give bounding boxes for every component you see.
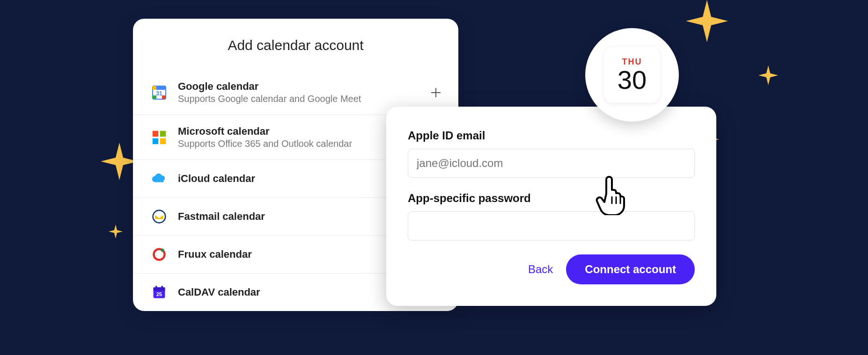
fastmail-icon xyxy=(151,208,168,225)
svg-rect-15 xyxy=(155,286,157,289)
svg-rect-6 xyxy=(153,130,158,136)
pointing-hand-cursor-icon xyxy=(593,173,631,217)
svg-rect-16 xyxy=(161,286,163,289)
google-calendar-icon: 31 xyxy=(151,84,168,101)
plus-icon[interactable] xyxy=(431,88,441,97)
svg-rect-2 xyxy=(162,95,166,99)
password-label: App-specific password xyxy=(408,192,695,205)
fruux-icon xyxy=(151,246,168,263)
sparkle-icon xyxy=(758,65,778,85)
provider-name: CalDAV calendar xyxy=(178,286,421,298)
connect-account-button[interactable]: Connect account xyxy=(566,254,695,284)
svg-text:25: 25 xyxy=(156,291,162,297)
calendar-day-number: 30 xyxy=(618,67,647,93)
app-specific-password-input[interactable] xyxy=(408,211,695,240)
icloud-icon xyxy=(151,170,168,187)
provider-subtitle: Supports Google calendar and Google Meet xyxy=(178,94,421,104)
svg-text:31: 31 xyxy=(156,90,162,97)
sparkle-icon xyxy=(109,225,123,239)
svg-point-10 xyxy=(153,210,166,223)
svg-rect-9 xyxy=(160,138,166,144)
provider-name: Google calendar xyxy=(178,80,421,93)
email-label: Apple ID email xyxy=(408,129,695,142)
microsoft-icon xyxy=(151,129,168,146)
panel-title: Add calendar account xyxy=(133,37,458,53)
svg-point-12 xyxy=(161,249,164,252)
caldav-icon: 25 xyxy=(151,284,168,301)
svg-rect-14 xyxy=(154,287,165,290)
calendar-card: THU 30 xyxy=(604,47,660,103)
back-button[interactable]: Back xyxy=(528,263,553,276)
sparkle-icon xyxy=(101,143,138,180)
svg-rect-7 xyxy=(160,130,166,136)
sparkle-icon xyxy=(686,0,728,42)
calendar-badge: THU 30 xyxy=(585,28,679,122)
apple-id-email-input[interactable] xyxy=(408,149,695,178)
svg-rect-8 xyxy=(153,138,158,144)
icloud-connect-dialog: Apple ID email App-specific password Bac… xyxy=(386,107,716,306)
svg-rect-4 xyxy=(153,86,156,90)
